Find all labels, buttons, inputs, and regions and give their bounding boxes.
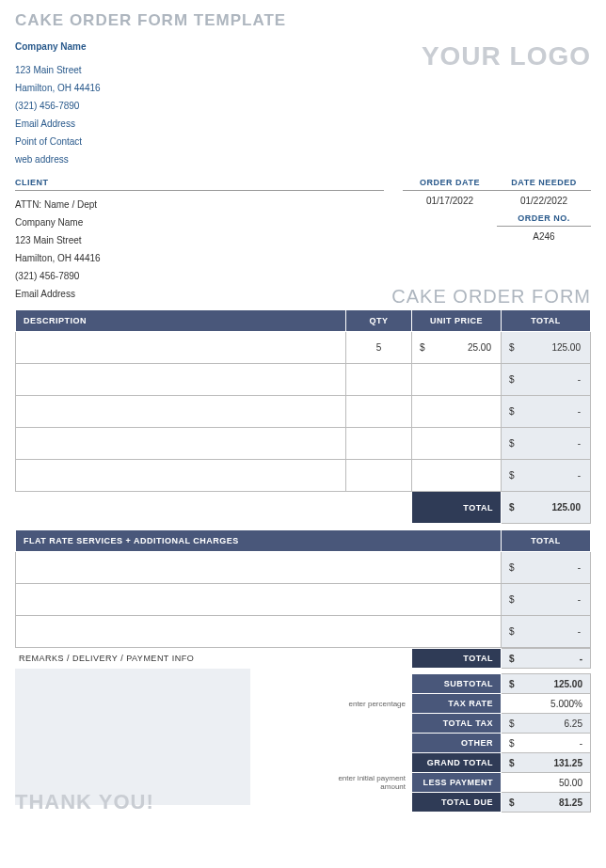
item-row: 5$25.00$125.00 (16, 332, 591, 364)
date-needed-label: DATE NEEDED (497, 178, 591, 191)
company-name: Company Name (15, 38, 101, 55)
item-total: $125.00 (502, 332, 591, 364)
item-qty[interactable] (346, 364, 412, 396)
service-desc[interactable] (16, 616, 502, 648)
remarks-header: REMARKS / DELIVERY / PAYMENT INFO (15, 648, 324, 669)
service-total: $- (502, 552, 591, 584)
service-desc[interactable] (16, 584, 502, 616)
item-row: $- (16, 460, 591, 492)
payment-hint: enter initial payment amount (327, 773, 412, 793)
services-table: FLAT RATE SERVICES + ADDITIONAL CHARGES … (15, 529, 591, 648)
grand-total-label: GRAND TOTAL (412, 753, 502, 773)
client-city: Hamilton, OH 44416 (15, 249, 384, 267)
col-services-total: TOTAL (502, 530, 591, 552)
item-desc[interactable] (16, 428, 346, 460)
summary-block: TOTAL $- SUBTOTAL $125.00 enter percenta… (327, 648, 591, 813)
date-needed: 01/22/2022 (497, 196, 591, 206)
other-label: OTHER (412, 734, 502, 753)
service-row: $- (16, 552, 591, 584)
col-total: TOTAL (502, 310, 591, 332)
item-qty[interactable] (346, 428, 412, 460)
col-services: FLAT RATE SERVICES + ADDITIONAL CHARGES (16, 530, 502, 552)
logo-placeholder: YOUR LOGO (422, 38, 591, 71)
item-price[interactable] (412, 396, 502, 428)
company-info: Company Name 123 Main Street Hamilton, O… (15, 38, 101, 168)
item-price[interactable] (412, 428, 502, 460)
item-desc[interactable] (16, 460, 346, 492)
total-due-label: TOTAL DUE (412, 793, 502, 813)
grand-total: $131.25 (502, 753, 591, 773)
item-total: $- (502, 428, 591, 460)
item-row: $- (16, 396, 591, 428)
order-no: A246 (497, 231, 591, 242)
service-row: $- (16, 616, 591, 648)
total-tax-label: TOTAL TAX (412, 714, 502, 734)
item-total: $- (502, 460, 591, 492)
order-date: 01/17/2022 (403, 196, 497, 206)
client-header: CLIENT (15, 178, 384, 191)
meta-section: CLIENT ATTN: Name / Dept Company Name 12… (15, 178, 591, 303)
items-total-label: TOTAL (412, 492, 502, 524)
item-qty[interactable]: 5 (346, 332, 412, 364)
company-city: Hamilton, OH 44416 (15, 79, 101, 97)
item-total: $- (502, 364, 591, 396)
client-block: CLIENT ATTN: Name / Dept Company Name 12… (15, 178, 384, 303)
item-price[interactable] (412, 364, 502, 396)
client-street: 123 Main Street (15, 231, 384, 249)
item-row: $- (16, 364, 591, 396)
col-qty: QTY (346, 310, 412, 332)
tax-rate-label: TAX RATE (412, 694, 502, 714)
less-payment-label: LESS PAYMENT (412, 773, 502, 793)
items-table: DESCRIPTION QTY UNIT PRICE TOTAL 5$25.00… (15, 309, 591, 524)
item-total: $- (502, 396, 591, 428)
other[interactable]: $- (502, 734, 591, 753)
percentage-hint: enter percentage (327, 694, 412, 714)
services-total: $- (502, 649, 591, 669)
company-email: Email Address (15, 115, 101, 133)
item-price[interactable] (412, 460, 502, 492)
item-desc[interactable] (16, 396, 346, 428)
order-meta: ORDER DATE DATE NEEDED 01/17/2022 01/22/… (384, 178, 591, 303)
service-total: $- (502, 616, 591, 648)
order-date-label: ORDER DATE (403, 178, 497, 191)
subtotal-label: SUBTOTAL (412, 674, 502, 694)
services-total-label: TOTAL (412, 649, 502, 669)
col-description: DESCRIPTION (16, 310, 346, 332)
client-company: Company Name (15, 213, 384, 231)
service-row: $- (16, 584, 591, 616)
order-no-label: ORDER NO. (497, 213, 591, 227)
items-total: $125.00 (502, 492, 591, 524)
page-title: CAKE ORDER FORM TEMPLATE (15, 11, 591, 30)
service-total: $- (502, 584, 591, 616)
item-qty[interactable] (346, 460, 412, 492)
client-email: Email Address (15, 285, 384, 303)
less-payment[interactable]: 50.00 (502, 773, 591, 793)
company-contact: Point of Contact (15, 133, 101, 150)
remarks-box[interactable] (15, 669, 250, 805)
company-phone: (321) 456-7890 (15, 97, 101, 115)
col-unit-price: UNIT PRICE (412, 310, 502, 332)
total-due: $81.25 (502, 793, 591, 813)
item-row: $- (16, 428, 591, 460)
client-attn: ATTN: Name / Dept (15, 196, 384, 213)
company-web: web address (15, 150, 101, 168)
item-desc[interactable] (16, 332, 346, 364)
header-section: Company Name 123 Main Street Hamilton, O… (15, 38, 591, 168)
item-desc[interactable] (16, 364, 346, 396)
item-qty[interactable] (346, 396, 412, 428)
item-price[interactable]: $25.00 (412, 332, 502, 364)
tax-rate[interactable]: 5.000% (502, 694, 591, 714)
company-street: 123 Main Street (15, 61, 101, 79)
service-desc[interactable] (16, 552, 502, 584)
client-phone: (321) 456-7890 (15, 267, 384, 285)
subtotal: $125.00 (502, 674, 591, 694)
total-tax: $6.25 (502, 714, 591, 734)
